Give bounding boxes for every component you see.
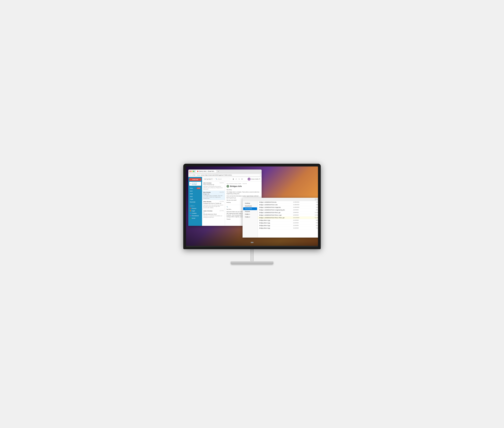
address-bar[interactable]: Secure secure https://smail.mail/10300/m… bbox=[196, 174, 260, 176]
browser-tab[interactable]: SMAIL MAIL - Email info... bbox=[196, 170, 216, 173]
browser-minimize-btn[interactable] bbox=[191, 171, 193, 172]
fm-file-row-5[interactable]: Bridge-1-1606650437616-FINAL-2.ppt 12/9/… bbox=[258, 214, 318, 216]
compose-icon: ✏ bbox=[190, 183, 191, 184]
tab-favicon bbox=[197, 171, 198, 172]
sidebar-item-sent[interactable]: Sent bbox=[188, 190, 202, 192]
email-subject-0: Parks Photoshoot Q1 bbox=[203, 184, 224, 185]
new-tab-btn[interactable]: + bbox=[217, 170, 220, 173]
email-subject-2: Feedback from Evan is Thumbs Up bbox=[203, 203, 224, 204]
email-item-2[interactable]: Oliver Brooks 4:12 PM Feedback from Evan… bbox=[202, 200, 225, 209]
email-sidebar: smail.mail ✏ Compose Message Inbox 1,939… bbox=[188, 177, 202, 226]
email-subject-3: Security Awareness Sheet bbox=[203, 214, 224, 215]
finance-label: Finance bbox=[192, 208, 196, 209]
monitor-bottom-bar bbox=[186, 246, 318, 247]
fm-file-row-10[interactable]: Bridge-photo-4.jpg 11/2/2020 713kb bbox=[258, 227, 318, 230]
browser-maximize-btn[interactable] bbox=[193, 171, 194, 172]
body-para-1: The bridges deck is complete. There will… bbox=[226, 191, 260, 195]
email-preview-1: The bridges deck is complete. There will… bbox=[203, 195, 224, 199]
back-btn[interactable]: ← bbox=[189, 174, 191, 176]
fm-sidebar-documents[interactable]: Documents bbox=[243, 207, 257, 210]
fm-body: Desktop Downloads Documents Pictures Fol bbox=[243, 201, 318, 238]
draft-label: Draft bbox=[190, 193, 193, 195]
fm-filename-7: Bridge-photo-1.jpg bbox=[259, 220, 293, 221]
fm-sidebar-downloads[interactable]: Downloads bbox=[243, 205, 257, 207]
nav-arrows: ← → ↻ bbox=[189, 174, 195, 176]
fm-file-row-9[interactable]: Bridge-photo-3.jpg 11/2/2020 931kb bbox=[258, 224, 318, 227]
fm-filename-6: Bridge-1-1606650437616-FINAL-FINAL.ppt bbox=[259, 217, 293, 219]
sidebar-item-draft[interactable]: Draft bbox=[188, 192, 202, 195]
fm-file-row-8[interactable]: Bridge-photo-2.jpg 11/2/2020 872kb bbox=[258, 222, 318, 224]
toolbar-actions: 🗑 ↩ ↪ ••• bbox=[231, 178, 247, 180]
fm-file-row-0[interactable]: Bridge-1-1606650437616.doc 11/30/2020 14… bbox=[258, 201, 318, 204]
ssl-badge: Secure bbox=[197, 174, 200, 176]
fm-size-10: 713kb bbox=[310, 227, 318, 229]
reload-btn[interactable]: ↻ bbox=[194, 174, 195, 176]
body-para-0: Hey Avery, bbox=[226, 189, 260, 190]
legal-dot bbox=[190, 210, 191, 211]
fm-sidebar-folder1[interactable]: Folder 1 bbox=[243, 213, 257, 216]
fm-minimize-btn[interactable]: – bbox=[315, 198, 316, 200]
fm-date-4: 12/8/2020 bbox=[293, 212, 310, 213]
fm-sidebar-desktop[interactable]: Desktop bbox=[243, 202, 257, 205]
label-legal[interactable]: Legal bbox=[188, 210, 202, 212]
email-item-3[interactable]: Jaden Christian 3:47 PM 📎 Security Aware… bbox=[202, 209, 225, 219]
inbox-badge: 1,939 bbox=[196, 188, 201, 189]
search-box[interactable]: 🔍 Search bbox=[214, 178, 230, 180]
label-creative[interactable]: Creative bbox=[188, 212, 202, 214]
sidebar-item-junk[interactable]: Junk bbox=[188, 195, 202, 198]
fm-filename-9: Bridge-photo-3.jpg bbox=[259, 225, 293, 226]
fm-file-row-2[interactable]: Bridge-1-1606650437616-2-legal.doc 11/30… bbox=[258, 206, 318, 209]
fm-file-row-3[interactable]: Bridge-1-1606650437616-3-engineering.doc… bbox=[258, 209, 318, 211]
label-finance[interactable]: Finance bbox=[188, 207, 202, 210]
browser-titlebar: SMAIL MAIL - Email info... + bbox=[188, 170, 262, 173]
browser-tab-label: SMAIL MAIL - Email info... bbox=[199, 171, 215, 172]
trash-label: Trash bbox=[190, 198, 193, 200]
email-sender-0: Allie Christine bbox=[203, 182, 212, 184]
sidebar-item-reminder[interactable]: Reminder bbox=[188, 201, 202, 203]
sidebar-item-trash[interactable]: Trash bbox=[188, 198, 202, 201]
sort-label: Sort by Date bbox=[204, 178, 211, 180]
fm-size-3: 201kb bbox=[310, 209, 318, 211]
legal-label: Legal bbox=[192, 210, 195, 212]
fm-filename-1: Bridge-1-1606650437616-2.doc bbox=[259, 204, 293, 206]
compose-button[interactable]: ✏ Compose Message bbox=[189, 182, 201, 186]
fm-sidebar-pictures[interactable]: Pictures bbox=[243, 210, 257, 213]
email-item-1[interactable]: Nico Schultz 5:01 PM Bridges Info The br… bbox=[202, 191, 225, 200]
sidebar-item-inbox[interactable]: Inbox 1,939 bbox=[188, 187, 202, 190]
social-dot bbox=[190, 218, 191, 219]
label-promotional[interactable]: Promotional bbox=[188, 214, 202, 217]
fm-file-row-7[interactable]: Bridge-photo-1.jpg 11/2/2020 945kb bbox=[258, 219, 318, 222]
sort-by-date-btn[interactable]: Sort by Date ▼ bbox=[203, 178, 213, 180]
fm-documents-label: Documents bbox=[245, 208, 252, 209]
delete-icon[interactable]: 🗑 bbox=[232, 178, 234, 180]
inbox-label: Inbox bbox=[190, 188, 193, 189]
fm-size-9: 931kb bbox=[310, 225, 318, 226]
reply-attachment-icon: 📎 bbox=[226, 206, 228, 207]
email-open-title: Bridges Info bbox=[226, 185, 260, 188]
fm-restore-btn[interactable]: □ bbox=[317, 198, 318, 200]
more-icon[interactable]: ••• bbox=[241, 178, 243, 180]
junk-label: Junk bbox=[190, 196, 193, 197]
fm-file-row-6[interactable]: Bridge-1-1606650437616-FINAL-FINAL.ppt 1… bbox=[258, 216, 318, 219]
search-icon: 🔍 bbox=[216, 178, 217, 180]
user-dropdown-icon[interactable]: ▼ bbox=[259, 178, 260, 180]
creative-label: Creative bbox=[192, 213, 196, 214]
email-sender-3: Jaden Christian bbox=[203, 210, 213, 212]
email-item-0[interactable]: Allie Christine 5:06 PM Parks Photoshoot… bbox=[202, 181, 225, 191]
forward-btn[interactable]: → bbox=[191, 174, 193, 176]
address-text: secure https://smail.mail/10300/mygdrive… bbox=[201, 174, 232, 176]
email-open-time: 5:06 PM bbox=[243, 183, 247, 184]
fm-size-7: 945kb bbox=[310, 220, 318, 221]
fm-date-3: 12/2/2020 bbox=[293, 209, 310, 211]
redo-icon[interactable]: ↪ bbox=[238, 178, 240, 180]
fm-sidebar-folder2[interactable]: Folder 2 bbox=[243, 216, 257, 218]
browser-close-btn[interactable] bbox=[189, 171, 191, 172]
social-label: Social bbox=[192, 217, 195, 219]
hp-logo bbox=[250, 242, 254, 245]
fm-file-row-1[interactable]: Bridge-1-1606650437616-2.doc 11/30/2020 … bbox=[258, 204, 318, 206]
fm-file-row-4[interactable]: Bridge-1-1606650437616-FINAL.ppt 12/8/20… bbox=[258, 211, 318, 214]
fm-filename-8: Bridge-photo-2.jpg bbox=[259, 222, 293, 224]
undo-icon[interactable]: ↩ bbox=[235, 178, 237, 180]
label-social[interactable]: Social bbox=[188, 217, 202, 219]
stand-neck bbox=[250, 249, 254, 261]
